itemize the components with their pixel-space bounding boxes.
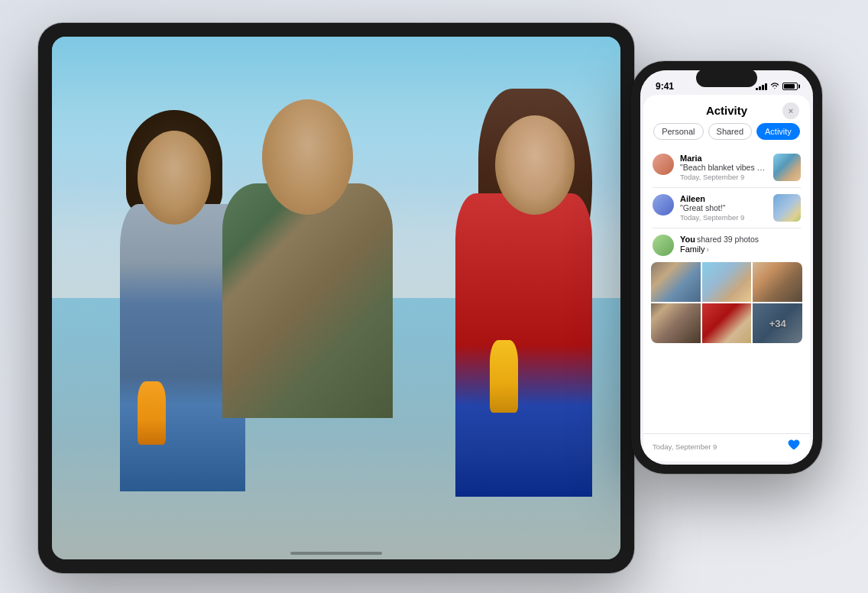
dynamic-island	[696, 69, 757, 87]
activity-content-you: You shared 39 photos Family ›	[680, 235, 801, 254]
tab-personal[interactable]: Personal	[653, 123, 703, 140]
family-art	[52, 37, 620, 559]
close-icon: ×	[789, 107, 793, 115]
grid-photo-5[interactable]	[702, 303, 752, 343]
like-button[interactable]	[787, 439, 801, 454]
activity-name-maria: Maria	[680, 154, 767, 163]
activity-content-maria: Maria "Beach blanket vibes only" Today, …	[680, 154, 767, 181]
activity-comment-aileen: "Great shot!"	[680, 203, 767, 212]
status-time: 9:41	[656, 81, 674, 92]
tab-bar: Personal Shared Activity	[643, 123, 810, 147]
grid-photo-2[interactable]	[702, 262, 752, 302]
activity-panel: Activity × Personal Shared Activity	[643, 95, 810, 462]
grid-photo-3[interactable]	[753, 262, 802, 302]
activity-thumb-aileen	[773, 194, 801, 222]
album-name[interactable]: Family	[680, 245, 704, 254]
scene: 9:41	[0, 0, 868, 593]
avatar-aileen	[653, 194, 674, 215]
popsicle-right	[490, 340, 518, 413]
girl-right-head	[495, 115, 575, 215]
signal-bar-2	[759, 86, 761, 90]
girl-left-head	[138, 131, 212, 225]
activity-date-maria: Today, September 9	[680, 173, 767, 181]
album-chevron-icon: ›	[706, 245, 708, 254]
popsicle-left	[138, 381, 166, 444]
activity-thumb-maria	[773, 154, 801, 181]
iphone-screen: 9:41	[640, 70, 813, 465]
grid-photo-1[interactable]	[651, 262, 701, 302]
activity-action-you: shared 39 photos	[697, 235, 759, 244]
signal-bar-1	[756, 88, 758, 90]
signal-bars-icon	[756, 83, 767, 90]
tab-shared[interactable]: Shared	[708, 123, 752, 140]
signal-bar-3	[762, 85, 764, 90]
photo-grid[interactable]: +34	[651, 262, 802, 343]
grid-photo-plus[interactable]: +34	[753, 303, 802, 343]
signal-bar-4	[765, 83, 767, 90]
ipad-home-indicator	[290, 552, 382, 555]
photo-grid-container: +34	[643, 262, 810, 349]
avatar-maria	[653, 154, 674, 175]
girl-right-body	[455, 193, 592, 497]
activity-item-maria: Maria "Beach blanket vibes only" Today, …	[643, 147, 810, 187]
ipad-photo-content	[52, 37, 620, 559]
wifi-icon	[770, 82, 779, 91]
activity-content-aileen: Aileen "Great shot!" Today, September 9	[680, 194, 767, 222]
activity-bottom-date: Today, September 9	[653, 442, 717, 451]
activity-list: Maria "Beach blanket vibes only" Today, …	[643, 147, 810, 433]
activity-name-you: You	[680, 235, 695, 244]
iphone-device: 9:41	[631, 61, 822, 474]
dad-head	[262, 99, 353, 214]
status-icons	[756, 82, 798, 91]
panel-title: Activity	[706, 104, 747, 117]
ipad-device	[38, 23, 634, 573]
dad-body	[222, 183, 393, 419]
activity-bottom: Today, September 9	[643, 433, 810, 462]
avatar-you	[653, 235, 674, 256]
ipad-screen	[52, 37, 620, 559]
close-button[interactable]: ×	[782, 102, 799, 119]
activity-comment-maria: "Beach blanket vibes only"	[680, 163, 767, 172]
battery-fill	[784, 84, 795, 89]
grid-photo-4[interactable]	[651, 303, 701, 343]
panel-header: Activity ×	[643, 95, 810, 123]
grid-overlay	[753, 303, 802, 343]
activity-name-aileen: Aileen	[680, 194, 767, 203]
activity-item-you: You shared 39 photos Family ›	[643, 228, 810, 262]
activity-date-aileen: Today, September 9	[680, 213, 767, 222]
battery-icon	[782, 83, 798, 90]
activity-item-aileen: Aileen "Great shot!" Today, September 9	[643, 188, 810, 228]
tab-activity[interactable]: Activity	[756, 123, 800, 140]
